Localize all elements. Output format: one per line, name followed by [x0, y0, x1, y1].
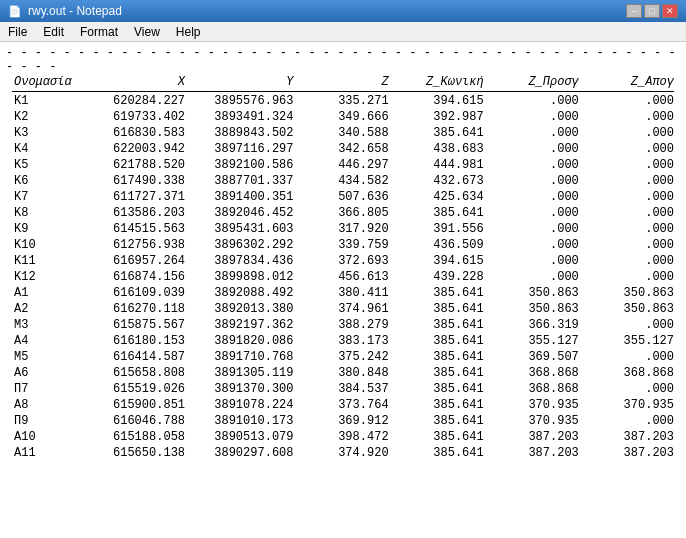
- cell-r22-c0: Α11: [6, 445, 91, 461]
- cell-r22-c3: 374.920: [299, 445, 394, 461]
- cell-r14-c6: .000: [585, 317, 680, 333]
- cell-r11-c1: 616874.156: [91, 269, 191, 285]
- cell-r15-c4: 385.641: [395, 333, 490, 349]
- cell-r6-c2: 3891400.351: [191, 189, 299, 205]
- table-row: Κ10612756.9383896302.292339.759436.509.0…: [6, 237, 680, 253]
- cell-r1-c0: Κ2: [6, 109, 91, 125]
- cell-r21-c5: 387.203: [490, 429, 585, 445]
- cell-r10-c2: 3897834.436: [191, 253, 299, 269]
- cell-r10-c0: Κ11: [6, 253, 91, 269]
- title-bar-controls[interactable]: − □ ✕: [626, 4, 678, 18]
- cell-r13-c5: 350.863: [490, 301, 585, 317]
- cell-r0-c2: 3895576.963: [191, 93, 299, 109]
- cell-r2-c6: .000: [585, 125, 680, 141]
- table-row: Κ5621788.5203892100.586446.297444.981.00…: [6, 157, 680, 173]
- table-row: Α6615658.8083891305.119380.848385.641368…: [6, 365, 680, 381]
- cell-r1-c4: 392.987: [395, 109, 490, 125]
- cell-r20-c4: 385.641: [395, 413, 490, 429]
- cell-r2-c4: 385.641: [395, 125, 490, 141]
- cell-r7-c5: .000: [490, 205, 585, 221]
- table-row: Α4616180.1533891820.086383.173385.641355…: [6, 333, 680, 349]
- cell-r0-c3: 335.271: [299, 93, 394, 109]
- cell-r15-c2: 3891820.086: [191, 333, 299, 349]
- cell-r10-c6: .000: [585, 253, 680, 269]
- cell-r16-c1: 616414.587: [91, 349, 191, 365]
- cell-r3-c5: .000: [490, 141, 585, 157]
- cell-r22-c4: 385.641: [395, 445, 490, 461]
- cell-r22-c6: 387.203: [585, 445, 680, 461]
- cell-r13-c4: 385.641: [395, 301, 490, 317]
- cell-r4-c3: 446.297: [299, 157, 394, 173]
- menu-format[interactable]: Format: [72, 23, 126, 41]
- table-row: Π9616046.7883891010.173369.912385.641370…: [6, 413, 680, 429]
- cell-r1-c2: 3893491.324: [191, 109, 299, 125]
- cell-r7-c1: 613586.203: [91, 205, 191, 221]
- cell-r8-c4: 391.556: [395, 221, 490, 237]
- table-row: Μ3615875.5673892197.362388.279385.641366…: [6, 317, 680, 333]
- cell-r6-c1: 611727.371: [91, 189, 191, 205]
- cell-r17-c1: 615658.808: [91, 365, 191, 381]
- cell-r3-c6: .000: [585, 141, 680, 157]
- cell-r11-c0: Κ12: [6, 269, 91, 285]
- table-row: Α10615188.0583890513.079398.472385.64138…: [6, 429, 680, 445]
- cell-r15-c5: 355.127: [490, 333, 585, 349]
- cell-r19-c1: 615900.851: [91, 397, 191, 413]
- cell-r19-c6: 370.935: [585, 397, 680, 413]
- menu-file[interactable]: File: [0, 23, 35, 41]
- cell-r6-c6: .000: [585, 189, 680, 205]
- cell-r16-c0: Μ5: [6, 349, 91, 365]
- cell-r21-c2: 3890513.079: [191, 429, 299, 445]
- content-area[interactable]: - - - - - - - - - - - - - - - - - - - - …: [0, 42, 686, 538]
- cell-r18-c2: 3891370.300: [191, 381, 299, 397]
- cell-r19-c2: 3891078.224: [191, 397, 299, 413]
- cell-r7-c6: .000: [585, 205, 680, 221]
- minimize-button[interactable]: −: [626, 4, 642, 18]
- cell-r7-c3: 366.805: [299, 205, 394, 221]
- cell-r11-c5: .000: [490, 269, 585, 285]
- cell-r13-c1: 616270.118: [91, 301, 191, 317]
- cell-r7-c4: 385.641: [395, 205, 490, 221]
- cell-r8-c0: Κ9: [6, 221, 91, 237]
- cell-r7-c0: Κ8: [6, 205, 91, 221]
- cell-r12-c2: 3892088.492: [191, 285, 299, 301]
- cell-r2-c0: Κ3: [6, 125, 91, 141]
- table-row: Κ6617490.3383887701.337434.582432.673.00…: [6, 173, 680, 189]
- cell-r17-c5: 368.868: [490, 365, 585, 381]
- cell-r16-c4: 385.641: [395, 349, 490, 365]
- menu-help[interactable]: Help: [168, 23, 209, 41]
- cell-r22-c1: 615650.138: [91, 445, 191, 461]
- cell-r12-c6: 350.863: [585, 285, 680, 301]
- cell-r19-c5: 370.935: [490, 397, 585, 413]
- cell-r11-c6: .000: [585, 269, 680, 285]
- cell-r5-c0: Κ6: [6, 173, 91, 189]
- cell-r2-c5: .000: [490, 125, 585, 141]
- close-button[interactable]: ✕: [662, 4, 678, 18]
- cell-r12-c5: 350.863: [490, 285, 585, 301]
- menu-view[interactable]: View: [126, 23, 168, 41]
- title-bar-left: 📄 rwy.out - Notepad: [8, 4, 122, 18]
- table-row: Κ2619733.4023893491.324349.666392.987.00…: [6, 109, 680, 125]
- cell-r0-c0: Κ1: [6, 93, 91, 109]
- cell-r3-c3: 342.658: [299, 141, 394, 157]
- data-table: Ονομασία X Y Z Z_Κωνική Z_Προσγ Z_Απογ Κ…: [6, 74, 680, 461]
- cell-r0-c1: 620284.227: [91, 93, 191, 109]
- cell-r20-c1: 616046.788: [91, 413, 191, 429]
- maximize-button[interactable]: □: [644, 4, 660, 18]
- cell-r14-c0: Μ3: [6, 317, 91, 333]
- cell-r0-c6: .000: [585, 93, 680, 109]
- cell-r13-c6: 350.863: [585, 301, 680, 317]
- cell-r14-c4: 385.641: [395, 317, 490, 333]
- cell-r14-c3: 388.279: [299, 317, 394, 333]
- cell-r12-c3: 380.411: [299, 285, 394, 301]
- cell-r16-c2: 3891710.768: [191, 349, 299, 365]
- cell-r19-c0: Α8: [6, 397, 91, 413]
- cell-r1-c1: 619733.402: [91, 109, 191, 125]
- table-row: Κ9614515.5633895431.603317.920391.556.00…: [6, 221, 680, 237]
- cell-r18-c4: 385.641: [395, 381, 490, 397]
- menu-edit[interactable]: Edit: [35, 23, 72, 41]
- table-row: Κ7611727.3713891400.351507.636425.634.00…: [6, 189, 680, 205]
- cell-r19-c4: 385.641: [395, 397, 490, 413]
- cell-r8-c5: .000: [490, 221, 585, 237]
- cell-r4-c2: 3892100.586: [191, 157, 299, 173]
- cell-r6-c3: 507.636: [299, 189, 394, 205]
